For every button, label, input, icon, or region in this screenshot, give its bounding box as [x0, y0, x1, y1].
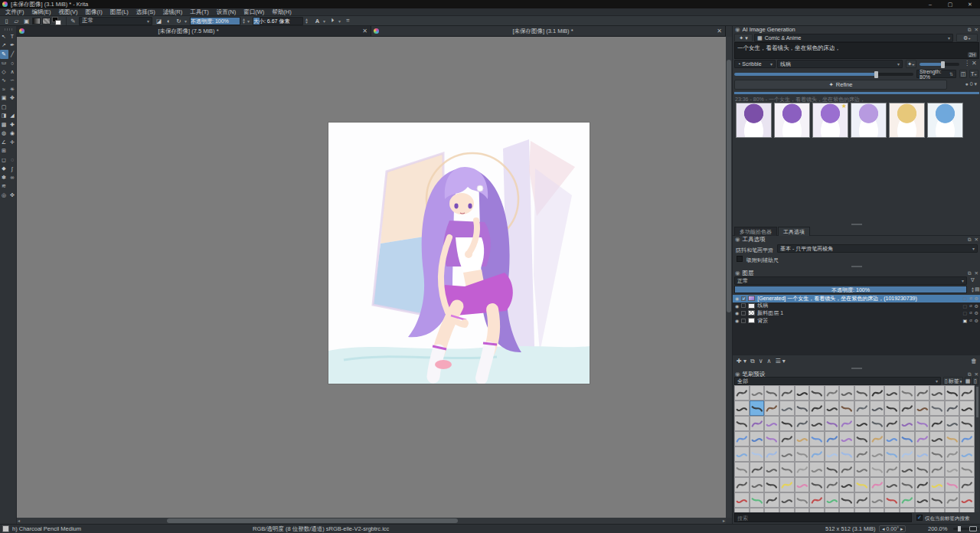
style-dropdown[interactable]: ▦ Comic & Anime ▾	[754, 34, 953, 42]
chevron-down-icon[interactable]: ▾	[185, 18, 187, 24]
brush-preset-cell[interactable]	[900, 431, 915, 446]
wrap-around-mode-icon[interactable]: ⌗	[344, 17, 352, 25]
scroll-left-icon[interactable]: ◂	[18, 518, 20, 524]
brush-preset-cell[interactable]	[959, 462, 975, 477]
polygon-select-tool[interactable]: ◆	[0, 165, 8, 174]
document-tab-1[interactable]: [未保存图像] (7.5 MiB) *✕	[17, 26, 371, 36]
calligraphy-tool[interactable]: ✒	[8, 41, 17, 51]
magnetic-select-tool[interactable]: ≋	[0, 182, 8, 191]
brush-preset-selected[interactable]	[750, 401, 765, 416]
rotate-right-icon[interactable]: ▸	[900, 526, 903, 532]
grid-view-icon[interactable]: ▦	[965, 377, 971, 385]
brush-preset-cell[interactable]	[854, 477, 870, 492]
layer-settings-icon[interactable]: ⚙	[975, 310, 978, 316]
brush-preset-cell[interactable]	[764, 492, 779, 508]
brush-preset-cell[interactable]	[884, 508, 900, 512]
kebab-menu-icon[interactable]: ⋮	[964, 60, 970, 67]
move-tool[interactable]: ✥	[8, 94, 17, 103]
history-thumbnail-3[interactable]: ★	[812, 103, 848, 138]
brush-preset-cell[interactable]	[839, 446, 854, 462]
brush-preset-cell[interactable]	[750, 416, 765, 431]
brush-preset-cell[interactable]	[854, 385, 870, 401]
brush-preset-cell[interactable]	[929, 446, 945, 462]
move-layer-up-button[interactable]: ∧	[767, 358, 772, 365]
layer-properties-button[interactable]: ☰ ▾	[775, 358, 785, 365]
brush-preset-cell[interactable]	[779, 462, 795, 477]
ellipse-select-tool[interactable]: ◌	[8, 155, 17, 165]
brush-preset-cell[interactable]	[900, 508, 915, 512]
brush-preset-cell[interactable]	[809, 462, 825, 477]
rect-select-tool[interactable]: ◻	[0, 155, 8, 165]
brush-preset-cell[interactable]	[764, 477, 779, 492]
strength-spinbox[interactable]: Strength: 80% ⇅	[916, 70, 956, 78]
menu-item[interactable]: 文件(F)	[2, 8, 28, 16]
wand-menu-button[interactable]: ✦ ▾	[734, 34, 753, 42]
opacity-spinner[interactable]: ▲▼	[242, 18, 246, 24]
brush-preset-cell[interactable]	[884, 477, 900, 492]
settings-gear-icon[interactable]: ⚙₊	[956, 34, 978, 42]
duplicate-layer-button[interactable]: ⧉	[750, 358, 755, 365]
brush-filter-dropdown[interactable]: 全部 ▾	[734, 377, 941, 385]
brush-preset-cell[interactable]	[734, 508, 750, 512]
brush-preset-cell[interactable]	[795, 385, 810, 401]
history-thumbnail-6[interactable]	[927, 103, 963, 138]
brush-preset-cell[interactable]	[839, 508, 854, 512]
history-thumbnail-1[interactable]	[736, 103, 772, 138]
layer-visibility-icon[interactable]: ◉	[735, 296, 739, 301]
brush-preset-cell[interactable]	[915, 508, 930, 512]
lock-icon[interactable]: ▣	[962, 318, 967, 323]
menu-item[interactable]: 滤镜(R)	[159, 8, 186, 16]
brush-preset-cell[interactable]	[809, 431, 825, 446]
docker-collapse-icon[interactable]: ◉	[735, 26, 740, 33]
brush-grid-scroll-handle[interactable]	[976, 387, 978, 417]
history-thumbnail-2[interactable]	[774, 103, 810, 138]
menu-item[interactable]: 图像(I)	[82, 8, 106, 16]
brush-preset-cell[interactable]	[959, 385, 975, 401]
brush-preset-cell[interactable]	[945, 416, 960, 431]
brush-preset-cell[interactable]	[915, 462, 930, 477]
menu-item[interactable]: 设置(N)	[213, 8, 240, 16]
brush-preset-cell[interactable]	[825, 385, 840, 401]
smart-patch-tool[interactable]: ✚	[8, 120, 17, 129]
color-sampler-tool[interactable]: ◢	[8, 112, 17, 121]
brush-preset-cell[interactable]	[915, 492, 930, 508]
alpha-lock-icon[interactable]: α	[969, 303, 972, 309]
brush-preset-cell[interactable]	[854, 462, 870, 477]
layer-settings-icon[interactable]: ⚙	[975, 296, 978, 301]
preserve-alpha-icon[interactable]: ◐	[165, 17, 173, 25]
brush-preset-cell[interactable]	[809, 385, 825, 401]
brush-size-slider[interactable]: 大小: 6.67 像素	[253, 17, 303, 25]
close-docker-icon[interactable]: ✕	[975, 237, 978, 243]
queue-count[interactable]: ● 0 ▾	[965, 81, 977, 87]
brush-preset-cell[interactable]	[750, 492, 765, 508]
brush-preset-cell[interactable]	[779, 385, 795, 401]
brush-preset-cell[interactable]	[809, 401, 825, 416]
brush-preset-cell[interactable]	[870, 416, 885, 431]
brush-preset-cell[interactable]	[870, 385, 885, 401]
assistants-tool[interactable]: ✛	[8, 138, 17, 147]
move-layer-down-button[interactable]: ∨	[759, 358, 763, 365]
document-tab-2[interactable]: [未保存图像] (3.1 MiB) *✕	[371, 26, 726, 36]
brush-preset-cell[interactable]	[795, 508, 810, 512]
layer-visibility-icon[interactable]: ◉	[735, 303, 739, 309]
brush-preset-cell[interactable]	[915, 416, 930, 431]
brush-preset-cell[interactable]	[959, 492, 975, 508]
brush-preset-cell[interactable]	[839, 416, 854, 431]
brush-preset-cell[interactable]	[900, 385, 915, 401]
lock-icon[interactable]: ▢	[962, 296, 967, 301]
brush-preset-cell[interactable]	[734, 462, 750, 477]
brush-preset-cell[interactable]	[959, 431, 975, 446]
control-slider-knob[interactable]	[941, 61, 945, 68]
control-strength-slider[interactable]	[920, 63, 959, 66]
brush-preset-cell[interactable]	[959, 508, 975, 512]
docker-splitter[interactable]	[733, 265, 980, 268]
add-layer-button[interactable]: ✚ ▾	[737, 358, 746, 365]
brush-preset-cell[interactable]	[779, 492, 795, 508]
brush-preset-cell[interactable]	[854, 431, 870, 446]
brush-preset-cell[interactable]	[764, 508, 779, 512]
brush-preset-cell[interactable]	[915, 446, 930, 462]
brush-preset-cell[interactable]	[884, 401, 900, 416]
brush-preset-cell[interactable]	[809, 416, 825, 431]
layer-opacity-slider[interactable]: 不透明度: 100%	[734, 286, 967, 293]
brush-preset-cell[interactable]	[734, 431, 750, 446]
